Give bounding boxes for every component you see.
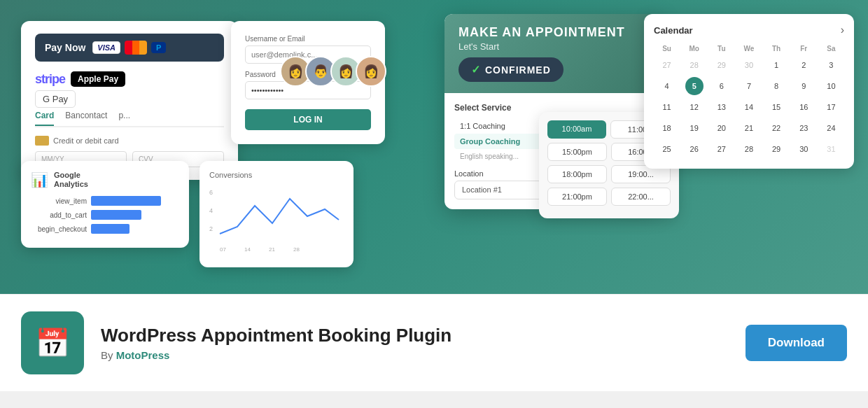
location-value: Location #1 [462,185,502,195]
card-tab-card[interactable]: Card [35,111,54,126]
pay-now-label: Pay Now [45,42,85,53]
top-banner: Pay Now VISA P stripe Apple Pay G Pay Ca… [0,0,868,294]
cal-day-21[interactable]: 21 [740,119,758,137]
cal-day-2[interactable]: 2 [794,56,813,74]
ga-bar-row-3: begin_checkout [31,224,179,234]
cal-day-16[interactable]: 16 [794,98,813,116]
svg-text:21: 21 [269,246,275,253]
plugin-icon: 📅 [21,311,84,374]
cal-header-fr: Fr [791,43,817,54]
select-service-label: Select Service [454,103,652,113]
check-icon: ✓ [471,63,481,76]
cal-title: Calendar [654,25,693,36]
cal-day-3[interactable]: 3 [822,56,840,74]
cal-day-11[interactable]: 11 [658,98,676,116]
pay-now-header: Pay Now VISA P [35,34,224,62]
cal-day-5-today[interactable]: 5 [685,77,704,95]
cal-day-4[interactable]: 4 [658,77,676,95]
cal-day-29a[interactable]: 29 [713,56,731,74]
plugin-icon-symbol: 📅 [35,327,70,360]
card-chip-icon [35,136,49,146]
cal-header: Calendar › [654,24,844,36]
cal-day-28a[interactable]: 28 [685,56,704,74]
gpay-btn[interactable]: G Pay [35,90,76,108]
cal-day-12[interactable]: 12 [685,98,704,116]
card-tab-bancontact[interactable]: Bancontact [65,111,107,126]
card-label: Credit or debit card [35,136,224,146]
analytics-panel: 📊 GoogleAnalytics view_item add_to_cart … [21,161,189,248]
plugin-title: WordPress Appointment Booking Plugin [101,325,729,346]
svg-text:2: 2 [209,225,213,232]
cal-day-7[interactable]: 7 [740,77,758,95]
cal-header-th: Th [764,43,790,54]
cal-header-sa: Sa [818,43,844,54]
cal-day-10[interactable]: 10 [822,77,840,95]
download-button[interactable]: Download [746,325,847,361]
cal-day-9[interactable]: 9 [794,77,813,95]
login-button[interactable]: LOG IN [245,109,371,130]
stripe-logo: stripe [35,72,65,87]
cal-day-13[interactable]: 13 [713,98,731,116]
cal-day-19[interactable]: 19 [685,119,704,137]
cal-day-17[interactable]: 17 [822,98,840,116]
ga-bar-row-1: view_item [31,196,179,206]
mastercard-badge [125,41,147,55]
ga-icon: 📊 [31,171,48,188]
cal-day-22[interactable]: 22 [767,119,785,137]
payment-icons: VISA P [92,41,166,55]
avatar-row: 👩 👨 👩 👩 [280,56,386,87]
visa-badge: VISA [92,41,120,54]
card-tab-other[interactable]: p... [118,111,130,126]
conversions-chart: 6 4 2 07 14 June 21 28 [209,185,342,255]
conv-title: Conversions [209,171,344,179]
paypal-badge: P [151,42,166,53]
time-slot-15[interactable]: 15:00pm [547,143,607,161]
cal-day-14[interactable]: 14 [740,98,758,116]
svg-text:June: June [216,253,229,255]
ga-header: 📊 GoogleAnalytics [31,171,179,189]
cal-day-24[interactable]: 24 [822,119,840,137]
plugin-by: By MotoPress [101,349,729,361]
ga-bar-view [91,196,161,206]
username-label: Username or Email [245,35,371,43]
cal-day-15[interactable]: 15 [767,98,785,116]
cal-day-6[interactable]: 6 [713,77,731,95]
cal-day-18[interactable]: 18 [658,119,676,137]
svg-text:4: 4 [209,207,213,214]
apt-title: MAKE AN APPOINTMENT [458,25,648,40]
svg-text:28: 28 [293,246,300,253]
apple-pay-btn[interactable]: Apple Pay [71,71,125,87]
conversions-panel: Conversions 6 4 2 07 14 June 21 28 [200,161,354,267]
cal-day-28b[interactable]: 28 [740,140,758,158]
cal-day-1[interactable]: 1 [767,56,785,74]
payment-panel: Pay Now VISA P stripe Apple Pay G Pay Ca… [21,21,238,180]
time-slot-18[interactable]: 18:00pm [547,165,607,183]
svg-text:14: 14 [244,246,251,253]
cal-day-31[interactable]: 31 [822,140,840,158]
cal-day-27b[interactable]: 27 [713,140,731,158]
cal-day-23[interactable]: 23 [794,119,813,137]
time-slot-21[interactable]: 21:00pm [547,188,607,206]
svg-text:07: 07 [220,246,226,253]
cal-day-27a[interactable]: 27 [658,56,676,74]
cal-nav-next[interactable]: › [841,24,844,36]
apt-subtitle: Let's Start [458,41,648,52]
stripe-row: stripe Apple Pay [35,71,224,87]
ga-label-checkout: begin_checkout [31,225,87,233]
card-tabs: Card Bancontact p... [35,111,224,127]
confirmed-badge: ✓ CONFIRMED [458,57,564,82]
bottom-section: 📅 WordPress Appointment Booking Plugin B… [0,294,868,391]
confirmed-label: CONFIRMED [485,64,551,76]
cal-day-29b[interactable]: 29 [767,140,785,158]
time-slot-10am[interactable]: 10:00am [547,120,606,139]
cal-day-8[interactable]: 8 [767,77,785,95]
cal-day-20[interactable]: 20 [713,119,731,137]
svg-text:6: 6 [209,189,213,196]
cal-day-25[interactable]: 25 [658,140,676,158]
cal-day-30a[interactable]: 30 [740,56,758,74]
cal-day-30b[interactable]: 30 [794,140,813,158]
cal-grid: Su Mo Tu We Th Fr Sa 27 28 29 30 1 2 3 4… [654,43,844,159]
cal-day-26[interactable]: 26 [685,140,704,158]
time-slot-22[interactable]: 22:00... [611,188,671,206]
apt-header: MAKE AN APPOINTMENT Let's Start ✓ CONFIR… [444,14,662,93]
